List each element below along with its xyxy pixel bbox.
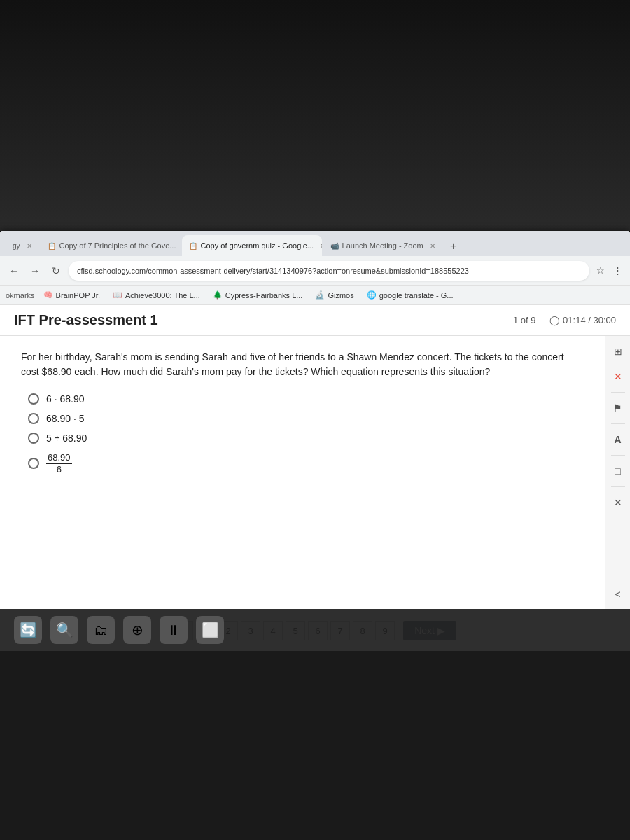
sidebar-divider-3 xyxy=(611,455,625,456)
cypress-icon: 🌲 xyxy=(213,290,223,300)
question-text: For her birthday, Sarah's mom is sending… xyxy=(21,350,584,379)
fraction-denominator: 6 xyxy=(55,464,63,475)
assessment-meta: 1 of 9 ◯ 01:14 / 30:00 xyxy=(513,315,616,326)
taskbar-icon-4[interactable]: ⊕ xyxy=(123,616,151,644)
tab-zoom[interactable]: 📹 Launch Meeting - Zoom ✕ xyxy=(323,235,442,256)
sidebar-grid-icon[interactable]: ⊞ xyxy=(608,342,628,361)
cypress-label: Cypress-Fairbanks L... xyxy=(225,291,303,300)
tab-close-zoom[interactable]: ✕ xyxy=(430,242,435,250)
gizmos-icon: 🔬 xyxy=(315,290,325,300)
bookmark-star-icon[interactable]: ☆ xyxy=(594,264,608,278)
bookmark-gizmos[interactable]: 🔬 Gizmos xyxy=(311,289,358,301)
tab-gy[interactable]: gy ✕ xyxy=(6,235,39,256)
sidebar-text-icon[interactable]: A xyxy=(608,430,628,449)
tab-quiz[interactable]: 📋 Copy of governm quiz - Google... ✕ xyxy=(182,235,322,256)
top-bezel xyxy=(0,0,630,231)
progress-indicator: 1 of 9 xyxy=(513,315,536,326)
taskbar-icon-6[interactable]: ⬜ xyxy=(196,616,224,644)
option-b[interactable]: 68.90 · 5 xyxy=(28,413,584,424)
sidebar-square-icon[interactable]: □ xyxy=(608,461,628,481)
fraction-numerator: 68.90 xyxy=(46,452,72,464)
option-d-text: 68.90 6 xyxy=(46,452,72,475)
tab-principles-label: Copy of 7 Principles of the Gove... xyxy=(59,241,176,250)
bookmark-achieve[interactable]: 📖 Achieve3000: The L... xyxy=(108,289,204,301)
taskbar-icon-1[interactable]: 🔄 xyxy=(14,616,42,644)
bookmarks-bar: okmarks 🧠 BrainPOP Jr. 📖 Achieve3000: Th… xyxy=(0,286,630,305)
answer-options: 6 · 68.90 68.90 · 5 5 ÷ 68.90 xyxy=(28,393,584,475)
forward-button[interactable]: → xyxy=(27,262,43,279)
option-c[interactable]: 5 ÷ 68.90 xyxy=(28,433,584,444)
taskbar-icon-2[interactable]: 🔍 xyxy=(50,616,78,644)
main-question-area: For her birthday, Sarah's mom is sending… xyxy=(0,336,605,610)
new-tab-button[interactable]: + xyxy=(444,237,463,256)
bookmark-translate[interactable]: 🌐 google translate - G... xyxy=(363,289,458,301)
taskbar-icon-5[interactable]: ⏸ xyxy=(160,616,188,644)
sidebar-divider-4 xyxy=(611,486,625,487)
sidebar-divider-1 xyxy=(611,392,625,393)
option-a[interactable]: 6 · 68.90 xyxy=(28,393,584,405)
option-a-text: 6 · 68.90 xyxy=(46,393,85,405)
assessment-header: IFT Pre-assessment 1 1 of 9 ◯ 01:14 / 30… xyxy=(0,305,630,336)
content-area: For her birthday, Sarah's mom is sending… xyxy=(0,336,630,610)
tab-quiz-label: Copy of governm quiz - Google... xyxy=(201,241,314,250)
fraction-display: 68.90 6 xyxy=(46,452,72,475)
sidebar-collapse-icon[interactable]: < xyxy=(608,584,628,604)
taskbar-icon-3[interactable]: 🗂 xyxy=(87,616,115,644)
radio-a[interactable] xyxy=(28,393,39,405)
achieve-icon: 📖 xyxy=(113,290,122,300)
address-bar-row: ← → ↻ ☆ ⋮ xyxy=(0,256,630,286)
option-b-text: 68.90 · 5 xyxy=(46,413,85,424)
sidebar-close-icon[interactable]: ✕ xyxy=(608,367,628,386)
browser-window: gy ✕ 📋 Copy of 7 Principles of the Gove.… xyxy=(0,231,630,651)
option-d[interactable]: 68.90 6 xyxy=(28,452,584,475)
tab-close-gy[interactable]: ✕ xyxy=(27,242,32,250)
assessment-title: IFT Pre-assessment 1 xyxy=(14,312,158,328)
translate-label: google translate - G... xyxy=(379,291,454,300)
reload-button[interactable]: ↻ xyxy=(48,262,64,279)
brainpop-icon: 🧠 xyxy=(43,290,53,300)
bookmark-cypress[interactable]: 🌲 Cypress-Fairbanks L... xyxy=(209,289,307,301)
sidebar-flag-icon[interactable]: ⚑ xyxy=(608,398,628,418)
brainpop-label: BrainPOP Jr. xyxy=(56,291,100,300)
tab-gy-label: gy xyxy=(13,242,20,250)
tab-bar: gy ✕ 📋 Copy of 7 Principles of the Gove.… xyxy=(0,231,630,256)
sidebar-divider-2 xyxy=(611,424,625,424)
right-sidebar: ⊞ ✕ ⚑ A □ ✕ < xyxy=(605,336,630,610)
tab-close-quiz[interactable]: ✕ xyxy=(320,242,322,250)
browser-actions: ☆ ⋮ xyxy=(594,264,624,278)
back-button[interactable]: ← xyxy=(6,262,22,279)
bottom-bezel xyxy=(0,651,630,840)
gizmos-label: Gizmos xyxy=(328,291,354,300)
translate-icon: 🌐 xyxy=(367,290,377,300)
timer-display: ◯ 01:14 / 30:00 xyxy=(550,315,616,326)
radio-d[interactable] xyxy=(28,458,39,469)
radio-b[interactable] xyxy=(28,413,39,424)
bookmark-brainpop[interactable]: 🧠 BrainPOP Jr. xyxy=(39,289,104,301)
tab-principles[interactable]: 📋 Copy of 7 Principles of the Gove... ✕ xyxy=(41,235,181,256)
bookmarks-label: okmarks xyxy=(6,291,35,300)
radio-c[interactable] xyxy=(28,433,39,444)
taskbar: 🔄 🔍 🗂 ⊕ ⏸ ⬜ xyxy=(0,609,630,651)
address-input[interactable] xyxy=(69,261,589,281)
tab-zoom-label: Launch Meeting - Zoom xyxy=(342,241,424,250)
achieve-label: Achieve3000: The L... xyxy=(125,291,200,300)
settings-icon[interactable]: ⋮ xyxy=(610,264,624,278)
sidebar-expand-icon[interactable]: ✕ xyxy=(608,493,628,512)
option-c-text: 5 ÷ 68.90 xyxy=(46,433,87,444)
page-content: IFT Pre-assessment 1 1 of 9 ◯ 01:14 / 30… xyxy=(0,305,630,651)
